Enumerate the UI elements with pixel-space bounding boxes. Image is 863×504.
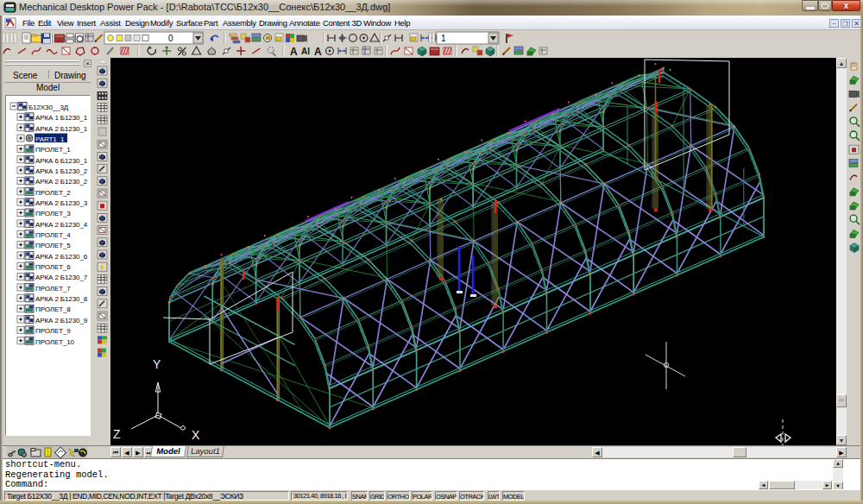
svg-text:АРКА 2 Б1230_9: АРКА 2 Б1230_9 (35, 317, 88, 324)
svg-text:АРКА 2 Б1230_8: АРКА 2 Б1230_8 (35, 295, 88, 303)
svg-text:1: 1 (441, 34, 446, 43)
svg-text:АРКА 2 Б1230_1: АРКА 2 Б1230_1 (35, 125, 88, 133)
svg-text:X: X (192, 428, 200, 442)
svg-text:АРКА 6 Б1230_1: АРКА 6 Б1230_1 (35, 157, 88, 165)
svg-text:АРКА 1 Б1230_1: АРКА 1 Б1230_1 (35, 114, 88, 122)
svg-text:ПРОЛЕТ_4: ПРОЛЕТ_4 (35, 231, 71, 239)
svg-text:ПРОЛЕТ_2: ПРОЛЕТ_2 (35, 189, 71, 197)
svg-text:Y: Y (153, 357, 161, 371)
svg-text:0: 0 (168, 34, 173, 43)
svg-text:ПРОЛЕТ_7: ПРОЛЕТ_7 (35, 285, 71, 293)
svg-text:АРКА 2 Б1230_6: АРКА 2 Б1230_6 (35, 253, 88, 261)
svg-text:ПРОЛЕТ_9: ПРОЛЕТ_9 (35, 327, 71, 335)
svg-text:ПРОЛЕТ_5: ПРОЛЕТ_5 (35, 242, 71, 249)
svg-text:АРКА 2 Б1230_7: АРКА 2 Б1230_7 (35, 274, 88, 281)
svg-text:ПРОЛЕТ_1: ПРОЛЕТ_1 (35, 146, 71, 154)
svg-text:Z: Z (113, 427, 121, 441)
svg-text:АРКА 2 Б1230_2: АРКА 2 Б1230_2 (35, 178, 88, 186)
svg-text:ПРОЛЕТ_6: ПРОЛЕТ_6 (35, 263, 71, 271)
svg-text:ПРОЛЕТ_10: ПРОЛЕТ_10 (35, 338, 75, 346)
svg-text:A: A (314, 46, 322, 58)
svg-text:АРКА 1 Б1230_2: АРКА 1 Б1230_2 (35, 167, 88, 175)
svg-text:PART1_1: PART1_1 (35, 135, 65, 143)
svg-text:АРКА 2 Б1230_3: АРКА 2 Б1230_3 (35, 199, 88, 207)
svg-text:Al: Al (301, 47, 310, 56)
svg-text:ПРОЛЕТ_8: ПРОЛЕТ_8 (35, 306, 71, 313)
svg-text:A: A (290, 46, 298, 58)
svg-text:Б12Х30__3Д: Б12Х30__3Д (28, 104, 69, 111)
svg-text:ПРОЛЕТ_3: ПРОЛЕТ_3 (35, 210, 71, 217)
svg-text:АРКА 2 Б1230_4: АРКА 2 Б1230_4 (35, 221, 88, 229)
